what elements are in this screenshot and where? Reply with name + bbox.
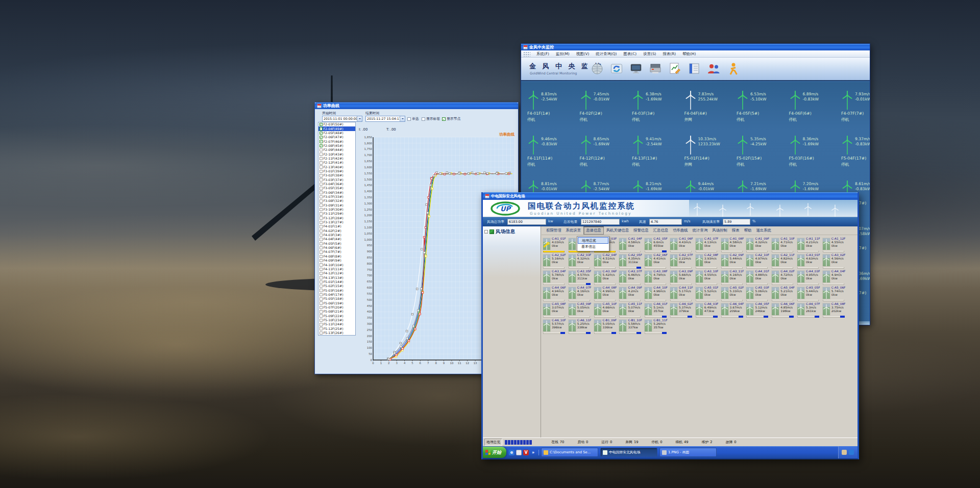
- toolbar-item[interactable]: 权限管理: [544, 227, 564, 234]
- turbine-list-item[interactable]: F4-03F(3#): [318, 233, 355, 237]
- hand-icon[interactable]: [842, 450, 847, 455]
- turbine-checkbox-icon[interactable]: ✓: [320, 144, 323, 148]
- turbine-cell[interactable]: C-B1_09F5.05m/s336kw: [594, 319, 619, 335]
- menu-item[interactable]: 图表(C): [624, 52, 637, 57]
- turbine-cell[interactable]: C-A5_09F5.05m/s0kw: [568, 302, 593, 319]
- menu-item[interactable]: 基本信息: [578, 244, 608, 250]
- turbine-checkbox-icon[interactable]: [320, 178, 323, 182]
- turbine-list-item[interactable]: F2-13F(40#): [318, 165, 355, 169]
- turbine-cell[interactable]: C-A3_08F4.79m/s0kw: [644, 270, 669, 286]
- turbine-cell[interactable]: C-A1_05F6.6m/s455kw: [644, 237, 669, 253]
- turbine-cell[interactable]: C-A5_02F5.33m/s0kw: [721, 286, 746, 302]
- turbine-checkbox-icon[interactable]: [320, 203, 323, 207]
- turbine-list-item[interactable]: ✓F2-05F(48#): [318, 131, 355, 135]
- turbine-list-item[interactable]: F4-13F(13#): [318, 275, 355, 279]
- turbine-checkbox-icon[interactable]: [320, 161, 323, 165]
- turbine-status-cell[interactable]: 10.33m/s1233.23kWF5-01F(14#)并网: [684, 136, 733, 178]
- turbine-cell[interactable]: C-A1_09F4.32m/s0kw: [746, 237, 771, 253]
- turbine-list-item[interactable]: F5-10F(23#): [318, 318, 355, 322]
- start-time-picker[interactable]: 2015-11-01 00:00:00: [322, 116, 362, 122]
- toolbar-item[interactable]: 功率曲线: [671, 227, 690, 234]
- turbine-checkbox-icon[interactable]: [320, 195, 323, 199]
- turbine-list-item[interactable]: F3-01F(39#): [318, 169, 355, 173]
- single-select-checkbox[interactable]: 单选: [407, 116, 419, 121]
- turbine-cell[interactable]: C-A3_04F5.78m/s0kw: [543, 270, 568, 286]
- turbine-list-item[interactable]: F5-09F(22#): [318, 314, 355, 318]
- turbine-checkbox-icon[interactable]: [320, 285, 323, 288]
- toolbar-item[interactable]: 汇总信息: [651, 227, 671, 234]
- turbine-checkbox-icon[interactable]: [320, 293, 323, 297]
- turbine-list-item[interactable]: F4-04F(4#): [318, 237, 355, 241]
- turbine-status-cell[interactable]: 9.41m/s-2.54kWF4-13F(13#)停机: [632, 136, 681, 178]
- turbine-cell[interactable]: C-A2_03F4.32m/s0kw: [568, 253, 593, 270]
- turbine-checkbox-icon[interactable]: [320, 148, 323, 152]
- turbine-list-item[interactable]: F3-13F(27#): [318, 220, 355, 224]
- turbine-checkbox-icon[interactable]: [320, 221, 323, 224]
- turbine-cell[interactable]: C-A6_04F3.67m/s209kw: [721, 302, 746, 319]
- turbine-list-item[interactable]: F5-07F(20#): [318, 305, 355, 310]
- turbine-cell[interactable]: C-A4_03F4.95m/s0kw: [797, 270, 822, 286]
- turbine-cell[interactable]: C-A6_05F5.12m/s246kw: [746, 302, 771, 319]
- turbine-cell[interactable]: C-A3_07F6.46m/s0kw: [619, 270, 644, 286]
- toolbar-item[interactable]: 报警信息: [631, 227, 651, 234]
- menu-item[interactable]: 帮助(H): [682, 52, 696, 57]
- turbine-checkbox-icon[interactable]: ✓: [320, 123, 323, 126]
- turbine-cell[interactable]: C-A3_05F4.57m/s311kw: [568, 270, 593, 286]
- capacity-factor-value[interactable]: 5.89: [723, 219, 750, 225]
- turbine-checkbox-icon[interactable]: [320, 187, 323, 190]
- turbine-list-item[interactable]: F4-06F(6#): [318, 246, 355, 250]
- turbine-cell[interactable]: C-A6_01F5.1m/s357kw: [644, 302, 669, 319]
- turbine-checkbox-icon[interactable]: [320, 297, 323, 301]
- turbine-checkbox-icon[interactable]: [320, 174, 323, 177]
- turbine-checkbox-icon[interactable]: [320, 246, 323, 250]
- turbine-checkbox-icon[interactable]: [320, 191, 323, 194]
- turbine-cell[interactable]: C-A4_11F5.17m/s0kw: [670, 286, 695, 302]
- menu-item[interactable]: 统计查询(Q): [596, 52, 617, 57]
- turbine-checkbox-icon[interactable]: [320, 272, 323, 275]
- turbine-cell[interactable]: C-A4_02F4.72m/s0kw: [771, 270, 796, 286]
- checkbox-icon[interactable]: [407, 117, 411, 121]
- goldwind-titlebar[interactable]: 金风中央监控: [521, 44, 870, 50]
- turbine-cell[interactable]: C-A3_02F4.56m/s0kw: [822, 253, 847, 270]
- ie-icon[interactable]: e: [509, 450, 514, 455]
- turbine-list-item[interactable]: F4-02F(2#): [318, 229, 355, 233]
- turbine-checkbox-icon[interactable]: [320, 327, 323, 330]
- turbine-status-cell[interactable]: 8.65m/s-1.69kWF4-12F(12#)停机: [580, 136, 629, 178]
- show-labels-checkbox[interactable]: 显示标签: [422, 116, 440, 121]
- turbine-cell[interactable]: C-A6_03F6.49m/s473kw: [695, 302, 720, 319]
- turbine-cell[interactable]: C-A1_08F4.58m/s0kw: [721, 237, 746, 253]
- toolbar-item[interactable]: 帮助: [742, 227, 754, 234]
- toolbar-item[interactable]: 报表: [730, 227, 742, 234]
- tree-node-farm-info[interactable]: - 风场信息: [483, 226, 541, 237]
- turbine-list-item[interactable]: F2-11F(42#): [318, 157, 355, 161]
- taskbar-task[interactable]: 中电国际安北风电场: [600, 448, 657, 457]
- total-power-value[interactable]: 6183.00: [507, 219, 546, 225]
- turbine-cell[interactable]: C-A2_02F5.16m/s0kw: [543, 253, 568, 270]
- turbine-list-item[interactable]: ✓F2-08F(45#): [318, 144, 355, 148]
- turbine-cell[interactable]: C-B1_10F5.58m/s337kw: [619, 319, 644, 335]
- menu-item[interactable]: 设置(S): [643, 52, 656, 57]
- turbine-cell[interactable]: C-A1_07F4.13m/s0kw: [695, 237, 720, 253]
- turbine-checkbox-icon[interactable]: [320, 225, 323, 228]
- turbine-cell[interactable]: C-A2_11F4.82m/s0kw: [771, 253, 796, 270]
- turbine-checkbox-icon[interactable]: [320, 263, 323, 267]
- media-player-icon[interactable]: [516, 450, 522, 455]
- turbine-list-item[interactable]: F3-04F(36#): [318, 182, 355, 186]
- toolbar-item[interactable]: 退出系统: [754, 227, 773, 234]
- printer-icon[interactable]: [649, 62, 662, 76]
- toolbar-item[interactable]: 总体信息: [583, 226, 604, 235]
- turbine-checkbox-icon[interactable]: [320, 234, 323, 237]
- turbine-cell[interactable]: C-A2_09F5.44m/s0kw: [721, 253, 746, 270]
- turbine-checkbox-icon[interactable]: [320, 183, 323, 186]
- turbine-cell[interactable]: C-A5_04F5.21m/s0kw: [771, 286, 796, 302]
- turbine-list-item[interactable]: F3-08F(32#): [318, 199, 355, 203]
- turbine-cell[interactable]: C-A3_11F4.16m/s0kw: [721, 270, 746, 286]
- turbine-checkbox-icon[interactable]: [320, 323, 323, 326]
- toolbar-item[interactable]: 风场控制: [710, 227, 729, 234]
- turbine-checkbox-icon[interactable]: [320, 250, 323, 254]
- turbine-status-cell[interactable]: 6.38m/s-1.69kWF4-03F(3#)停机: [632, 91, 681, 134]
- chevron-down-icon[interactable]: [400, 116, 405, 121]
- turbine-checkbox-icon[interactable]: [320, 289, 323, 292]
- turbine-list-item[interactable]: F4-07F(7#): [318, 250, 355, 254]
- taskbar-task[interactable]: C:\Documents and Se...: [541, 448, 598, 457]
